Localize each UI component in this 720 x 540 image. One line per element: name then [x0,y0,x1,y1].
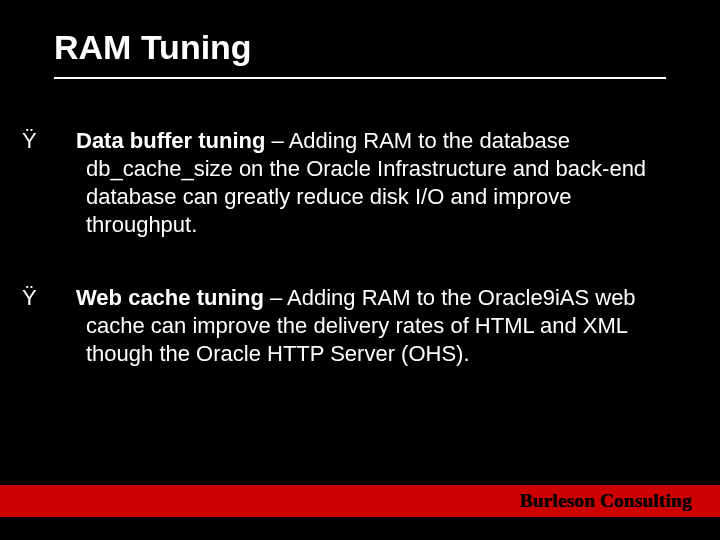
bullet-icon: Ÿ [54,284,76,312]
bullet-item: ŸData buffer tuning – Adding RAM to the … [54,127,666,240]
footer-bar: Burleson Consulting [0,485,720,517]
bullet-list: ŸData buffer tuning – Adding RAM to the … [54,127,666,368]
slide-title: RAM Tuning [54,28,666,67]
bullet-item: ŸWeb cache tuning – Adding RAM to the Or… [54,284,666,368]
bullet-icon: Ÿ [54,127,76,155]
bullet-bold: Data buffer tuning [76,128,265,153]
slide: RAM Tuning ŸData buffer tuning – Adding … [0,0,720,540]
title-divider [54,77,666,79]
bullet-bold: Web cache tuning [76,285,264,310]
footer-brand: Burleson Consulting [520,490,692,512]
